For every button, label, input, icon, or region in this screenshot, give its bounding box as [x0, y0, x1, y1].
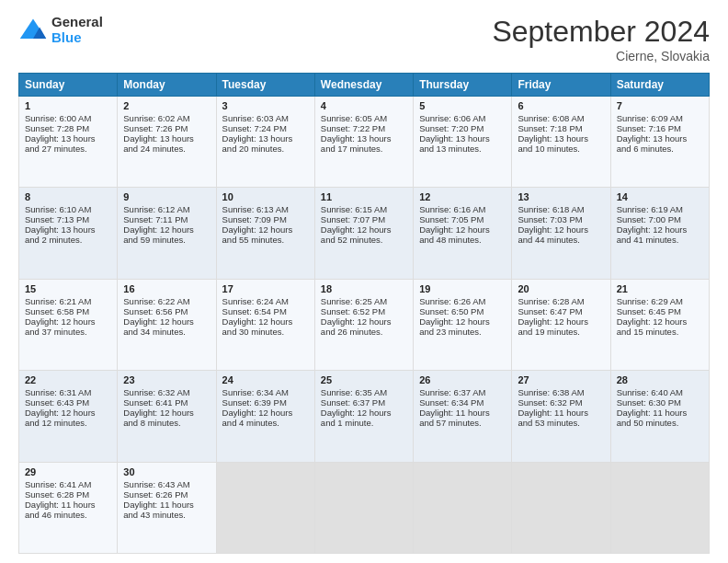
calendar-week-3: 15Sunrise: 6:21 AMSunset: 6:58 PMDayligh…	[19, 279, 710, 370]
day-info-line: Sunrise: 6:37 AM	[419, 387, 506, 397]
header: General Blue September 2024 Cierne, Slov…	[18, 15, 710, 63]
day-number: 1	[25, 100, 111, 111]
day-info-line: Sunset: 6:32 PM	[518, 397, 604, 408]
logo-text: General Blue	[51, 15, 103, 45]
calendar-cell: 3Sunrise: 6:03 AMSunset: 7:24 PMDaylight…	[216, 97, 314, 188]
day-info-line: Sunset: 7:07 PM	[321, 214, 407, 224]
location: Cierne, Slovakia	[492, 49, 710, 63]
calendar-cell	[414, 462, 512, 553]
day-info-line: Sunset: 7:00 PM	[617, 214, 703, 224]
day-info-line: Sunset: 7:28 PM	[25, 123, 111, 133]
calendar-week-5: 29Sunrise: 6:41 AMSunset: 6:28 PMDayligh…	[19, 462, 710, 553]
day-info-line: Sunrise: 6:25 AM	[321, 296, 407, 306]
calendar-cell: 5Sunrise: 6:06 AMSunset: 7:20 PMDaylight…	[414, 97, 512, 188]
day-info-line: Sunset: 7:16 PM	[617, 123, 703, 133]
day-number: 15	[25, 283, 111, 294]
day-info-line: Sunrise: 6:09 AM	[617, 113, 703, 123]
day-info-line: Sunrise: 6:00 AM	[25, 113, 111, 123]
calendar-cell: 21Sunrise: 6:29 AMSunset: 6:45 PMDayligh…	[610, 279, 709, 370]
logo: General Blue	[18, 15, 103, 45]
calendar-cell: 9Sunrise: 6:12 AMSunset: 7:11 PMDaylight…	[118, 188, 216, 279]
day-info-line: and 52 minutes.	[321, 235, 407, 245]
day-info-line: Daylight: 12 hours	[419, 224, 506, 235]
calendar-cell: 2Sunrise: 6:02 AMSunset: 7:26 PMDaylight…	[118, 97, 216, 188]
day-info-line: Sunrise: 6:22 AM	[123, 296, 210, 306]
day-info-line: Daylight: 11 hours	[518, 408, 604, 418]
day-info-line: Daylight: 12 hours	[222, 224, 309, 235]
logo-icon	[18, 16, 48, 45]
day-info-line: Sunset: 6:45 PM	[617, 306, 703, 316]
day-info-line: Sunset: 7:26 PM	[123, 123, 210, 133]
day-info-line: and 46 minutes.	[25, 510, 111, 520]
day-info-line: and 1 minute.	[321, 418, 407, 428]
day-info-line: Daylight: 12 hours	[419, 316, 506, 327]
day-info-line: Daylight: 12 hours	[222, 408, 309, 418]
day-info-line: Sunrise: 6:41 AM	[25, 479, 111, 489]
day-info-line: Sunset: 6:28 PM	[25, 489, 111, 500]
day-info-line: Sunrise: 6:06 AM	[419, 113, 506, 123]
day-info-line: and 53 minutes.	[518, 418, 604, 428]
day-number: 29	[25, 466, 111, 477]
day-number: 17	[222, 283, 309, 294]
day-info-line: Daylight: 12 hours	[617, 224, 703, 235]
day-info-line: Sunrise: 6:12 AM	[123, 204, 210, 214]
day-info-line: Sunrise: 6:29 AM	[617, 296, 703, 306]
day-info-line: Sunset: 7:22 PM	[321, 123, 407, 133]
day-info-line: Sunrise: 6:03 AM	[222, 113, 309, 123]
day-info-line: Sunset: 7:13 PM	[25, 214, 111, 224]
header-tuesday: Tuesday	[216, 74, 314, 97]
calendar-cell: 20Sunrise: 6:28 AMSunset: 6:47 PMDayligh…	[512, 279, 610, 370]
day-info-line: and 37 minutes.	[25, 327, 111, 337]
calendar-week-1: 1Sunrise: 6:00 AMSunset: 7:28 PMDaylight…	[19, 97, 710, 188]
day-number: 13	[518, 191, 604, 202]
day-info-line: Sunrise: 6:40 AM	[617, 387, 703, 397]
day-info-line: Daylight: 11 hours	[25, 500, 111, 510]
day-number: 5	[419, 100, 506, 111]
header-thursday: Thursday	[414, 74, 512, 97]
day-info-line: and 41 minutes.	[617, 235, 703, 245]
calendar-cell: 18Sunrise: 6:25 AMSunset: 6:52 PMDayligh…	[314, 279, 413, 370]
header-wednesday: Wednesday	[314, 74, 413, 97]
header-friday: Friday	[512, 74, 610, 97]
calendar-cell: 22Sunrise: 6:31 AMSunset: 6:43 PMDayligh…	[19, 371, 118, 462]
day-number: 30	[123, 466, 210, 477]
day-info-line: and 17 minutes.	[321, 144, 407, 154]
day-info-line: Sunset: 7:03 PM	[518, 214, 604, 224]
day-info-line: Sunrise: 6:15 AM	[321, 204, 407, 214]
day-info-line: and 48 minutes.	[419, 235, 506, 245]
day-info-line: Daylight: 12 hours	[518, 224, 604, 235]
calendar-cell: 16Sunrise: 6:22 AMSunset: 6:56 PMDayligh…	[118, 279, 216, 370]
day-info-line: and 43 minutes.	[123, 510, 210, 520]
day-info-line: Sunrise: 6:28 AM	[518, 296, 604, 306]
day-info-line: Daylight: 13 hours	[617, 133, 703, 144]
day-number: 25	[321, 374, 407, 385]
day-info-line: Daylight: 12 hours	[25, 408, 111, 418]
calendar-week-4: 22Sunrise: 6:31 AMSunset: 6:43 PMDayligh…	[19, 371, 710, 462]
day-info-line: Sunrise: 6:24 AM	[222, 296, 309, 306]
day-number: 21	[617, 283, 703, 294]
day-info-line: and 6 minutes.	[617, 144, 703, 154]
day-number: 28	[617, 374, 703, 385]
day-info-line: Daylight: 12 hours	[321, 316, 407, 327]
day-number: 26	[419, 374, 506, 385]
day-info-line: Sunset: 7:24 PM	[222, 123, 309, 133]
day-info-line: Sunrise: 6:34 AM	[222, 387, 309, 397]
day-number: 27	[518, 374, 604, 385]
day-info-line: Daylight: 13 hours	[321, 133, 407, 144]
day-info-line: and 20 minutes.	[222, 144, 309, 154]
day-info-line: Sunset: 7:11 PM	[123, 214, 210, 224]
header-saturday: Saturday	[610, 74, 709, 97]
calendar-cell	[314, 462, 413, 553]
day-info-line: and 19 minutes.	[518, 327, 604, 337]
day-info-line: Sunset: 6:54 PM	[222, 306, 309, 316]
calendar-cell: 30Sunrise: 6:43 AMSunset: 6:26 PMDayligh…	[118, 462, 216, 553]
day-info-line: and 8 minutes.	[123, 418, 210, 428]
day-number: 9	[123, 191, 210, 202]
day-info-line: Daylight: 12 hours	[222, 316, 309, 327]
day-number: 16	[123, 283, 210, 294]
calendar-cell	[610, 462, 709, 553]
day-number: 4	[321, 100, 407, 111]
day-info-line: Sunset: 6:37 PM	[321, 397, 407, 408]
calendar-cell: 27Sunrise: 6:38 AMSunset: 6:32 PMDayligh…	[512, 371, 610, 462]
day-info-line: Sunset: 6:56 PM	[123, 306, 210, 316]
